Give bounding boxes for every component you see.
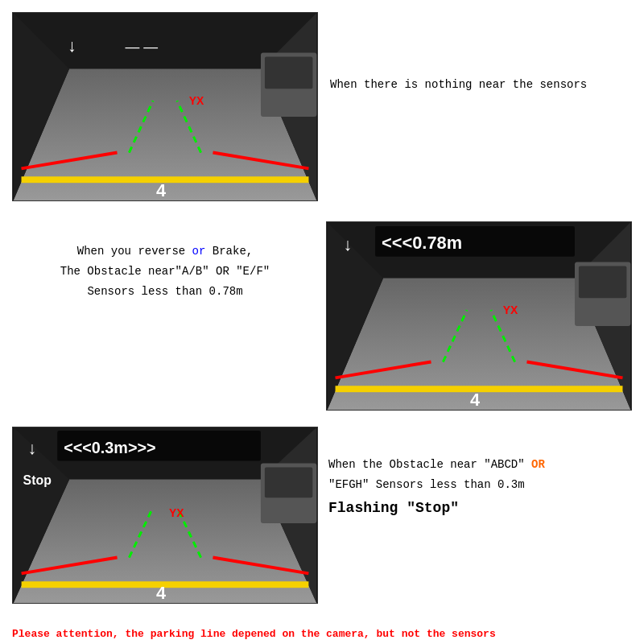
- caption2-line2: The Obstacle near"A/B" OR "E/F": [12, 262, 318, 282]
- svg-text:Stop: Stop: [23, 473, 52, 487]
- svg-text:YX: YX: [169, 506, 184, 519]
- caption3-line3: Flashing "Stop": [328, 495, 630, 521]
- camera-view-3: 4 ↓ <<<0.3m>>> Stop YX: [12, 427, 318, 604]
- caption-2: When you reverse or Brake, The Obstacle …: [12, 242, 318, 303]
- svg-text:—  —: — —: [125, 39, 158, 55]
- svg-text:YX: YX: [189, 94, 204, 107]
- svg-rect-39: [265, 468, 312, 498]
- page-container: 4 ↓ — — YX When there is nothing near th…: [0, 0, 644, 644]
- camera-view-2: 4 ↓ <<<0.78m YX: [326, 221, 632, 411]
- svg-rect-6: [265, 57, 312, 89]
- svg-text:↓: ↓: [343, 234, 352, 254]
- svg-text:↓: ↓: [68, 35, 76, 56]
- svg-text:<<<0.3m>>>: <<<0.3m>>>: [64, 439, 155, 456]
- caption3-line2: "EFGH" Sensors less than 0.3m: [328, 475, 630, 495]
- svg-text:<<<0.78m: <<<0.78m: [382, 233, 462, 253]
- svg-text:4: 4: [156, 180, 166, 200]
- bottom-notice: Please attention, the parking line depen…: [12, 628, 632, 640]
- caption-1: When there is nothing near the sensors: [330, 76, 636, 93]
- caption1-text: When there is nothing near the sensors: [330, 78, 587, 91]
- svg-text:4: 4: [470, 390, 480, 410]
- svg-text:YX: YX: [503, 303, 518, 316]
- camera-view-1: 4 ↓ — — YX: [12, 12, 318, 201]
- caption2-line1: When you reverse or Brake,: [12, 242, 318, 262]
- svg-rect-22: [579, 266, 626, 299]
- caption3-line1: When the Obstacle near "ABCD" OR: [328, 455, 630, 475]
- caption2-line3: Sensors less than 0.78m: [12, 282, 318, 302]
- svg-text:↓: ↓: [28, 438, 37, 458]
- caption-3: When the Obstacle near "ABCD" OR "EFGH" …: [328, 455, 630, 522]
- svg-text:4: 4: [156, 583, 166, 603]
